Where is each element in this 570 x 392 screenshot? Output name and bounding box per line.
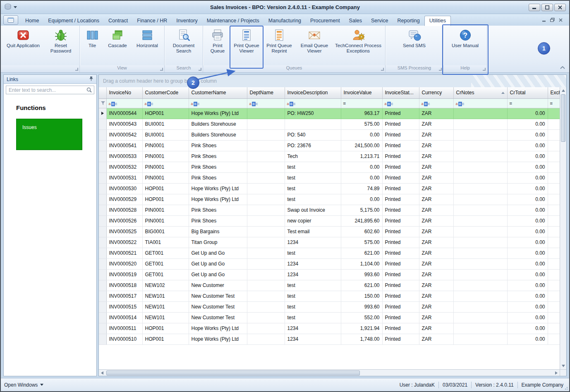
cell-status[interactable]: Printed: [382, 323, 419, 334]
invoice-row[interactable]: INV0000510HOP001Hope Works (Pty) Ltd1234…: [99, 334, 560, 344]
cell-customer_name[interactable]: Hope Works (Pty) Ltd: [189, 194, 247, 205]
cell-customer_code[interactable]: HOP001: [142, 183, 189, 194]
cell-invoice_no[interactable]: INV0000517: [106, 291, 142, 301]
cell-cr_total[interactable]: 0.00: [507, 183, 548, 194]
group-by-box[interactable]: Drag a column header here to group by th…: [99, 75, 566, 87]
cell-dept_name[interactable]: [247, 237, 285, 248]
cell-exchange[interactable]: [548, 334, 560, 344]
invoice-row[interactable]: INV0000519GET001Get Up and Go1234993.60P…: [99, 269, 560, 280]
cell-dept_name[interactable]: [247, 151, 285, 162]
cell-cr_notes[interactable]: [453, 312, 507, 323]
filter-cell-dept_name[interactable]: aBc: [247, 98, 285, 108]
techconnect-process-exceptions-button[interactable]: TechConnect Process Exceptions: [334, 27, 383, 65]
cell-customer_name[interactable]: Titan Group: [189, 237, 247, 248]
cell-invoice_no[interactable]: INV0000528: [106, 205, 142, 215]
cell-description[interactable]: Tech: [285, 151, 341, 162]
cell-cr_notes[interactable]: [453, 269, 507, 280]
cell-customer_code[interactable]: NEW101: [142, 301, 189, 312]
cell-dept_name[interactable]: [247, 129, 285, 140]
cell-exchange[interactable]: [548, 151, 560, 162]
cell-cr_notes[interactable]: [453, 301, 507, 312]
cell-description[interactable]: test: [285, 183, 341, 194]
cell-cr_total[interactable]: 0.00: [507, 301, 548, 312]
cell-customer_code[interactable]: GET001: [142, 269, 189, 280]
cell-cr_notes[interactable]: [453, 162, 507, 172]
cell-value[interactable]: 150.00: [341, 291, 382, 301]
cell-currency[interactable]: ZAR: [419, 194, 453, 205]
cell-invoice_no[interactable]: INV0000510: [106, 334, 142, 344]
horizontal-button[interactable]: Horizontal: [133, 27, 162, 65]
cell-value[interactable]: 241,500.00: [341, 140, 382, 151]
cell-customer_code[interactable]: BUI0001: [142, 129, 189, 140]
cell-dept_name[interactable]: [247, 301, 285, 312]
dialog-launcher-icon[interactable]: [199, 68, 201, 71]
cell-customer_code[interactable]: PIN0001: [142, 172, 189, 183]
cell-currency[interactable]: ZAR: [419, 226, 453, 237]
cell-dept_name[interactable]: [247, 119, 285, 129]
cell-cr_notes[interactable]: [453, 129, 507, 140]
cell-currency[interactable]: ZAR: [419, 258, 453, 269]
cell-cr_notes[interactable]: [453, 323, 507, 334]
cell-customer_code[interactable]: PIN0001: [142, 151, 189, 162]
cell-dept_name[interactable]: [247, 291, 285, 301]
cell-exchange[interactable]: [548, 291, 560, 301]
cell-dept_name[interactable]: [247, 334, 285, 344]
scroll-down-icon[interactable]: [560, 363, 566, 369]
cell-customer_name[interactable]: Get Up and Go: [189, 258, 247, 269]
invoice-row[interactable]: INV0000541PIN0001Pink ShoesPO: 23676241,…: [99, 140, 560, 151]
cell-invoice_no[interactable]: INV0000514: [106, 312, 142, 323]
cell-currency[interactable]: ZAR: [419, 183, 453, 194]
invoice-row[interactable]: INV0000544HOP001Hope Works (Pty) LtdPO: …: [99, 108, 560, 119]
cell-customer_name[interactable]: Pink Shoes: [189, 172, 247, 183]
tab-contract[interactable]: Contract: [104, 16, 132, 26]
reset-password-button[interactable]: Reset Password: [45, 27, 77, 65]
cell-status[interactable]: Printed: [382, 312, 419, 323]
cell-cr_total[interactable]: 0.00: [507, 108, 548, 119]
cell-description[interactable]: 1234: [285, 323, 341, 334]
cell-description[interactable]: Swap out Invoice: [285, 205, 341, 215]
cell-status[interactable]: Printed: [382, 226, 419, 237]
cell-cr_notes[interactable]: [453, 226, 507, 237]
cell-invoice_no[interactable]: INV0000532: [106, 162, 142, 172]
cell-status[interactable]: Printed: [382, 334, 419, 344]
cell-customer_name[interactable]: Pink Shoes: [189, 151, 247, 162]
cell-customer_name[interactable]: Builders Storehouse: [189, 119, 247, 129]
cell-cr_notes[interactable]: [453, 140, 507, 151]
dialog-launcher-icon[interactable]: [381, 68, 384, 71]
cell-value[interactable]: 963.17: [341, 108, 382, 119]
cell-cr_total[interactable]: 0.00: [507, 205, 548, 215]
cell-exchange[interactable]: [548, 248, 560, 258]
cell-dept_name[interactable]: [247, 194, 285, 205]
cell-customer_code[interactable]: BUI0001: [142, 119, 189, 129]
cell-customer_code[interactable]: NEW101: [142, 312, 189, 323]
cell-dept_name[interactable]: [247, 323, 285, 334]
invoice-row[interactable]: INV0000532PIN0001Pink Shoestest0.00Print…: [99, 162, 560, 172]
filter-cell-status[interactable]: aBc: [382, 98, 419, 108]
cell-status[interactable]: Printed: [382, 151, 419, 162]
email-queue-viewer-button[interactable]: Email Queue Viewer: [297, 27, 332, 65]
cell-cr_notes[interactable]: [453, 151, 507, 162]
column-header-description[interactable]: InvoiceDescription: [285, 87, 341, 98]
cell-currency[interactable]: ZAR: [419, 108, 453, 119]
tab-sales[interactable]: Sales: [345, 16, 366, 26]
cell-currency[interactable]: ZAR: [419, 129, 453, 140]
cell-customer_code[interactable]: BIG0001: [142, 226, 189, 237]
cell-customer_name[interactable]: Hope Works (Pty) Ltd: [189, 323, 247, 334]
cell-description[interactable]: 1234: [285, 237, 341, 248]
cell-value[interactable]: 1,748.00: [341, 334, 382, 344]
cell-invoice_no[interactable]: INV0000529: [106, 194, 142, 205]
filter-cell-customer_code[interactable]: aBc: [142, 98, 189, 108]
cell-exchange[interactable]: [548, 205, 560, 215]
cell-invoice_no[interactable]: INV0000530: [106, 183, 142, 194]
cell-customer_name[interactable]: Builders Storehouse: [189, 129, 247, 140]
cell-value[interactable]: 74.89: [341, 183, 382, 194]
application-menu-button[interactable]: [3, 15, 18, 25]
cell-exchange[interactable]: [548, 162, 560, 172]
cell-currency[interactable]: ZAR: [419, 215, 453, 226]
cell-customer_name[interactable]: New Customer: [189, 280, 247, 291]
cell-cr_notes[interactable]: [453, 248, 507, 258]
cell-description[interactable]: new copier: [285, 215, 341, 226]
cell-value[interactable]: 621.00: [341, 248, 382, 258]
cell-customer_code[interactable]: PIN0001: [142, 162, 189, 172]
cell-cr_total[interactable]: 0.00: [507, 312, 548, 323]
